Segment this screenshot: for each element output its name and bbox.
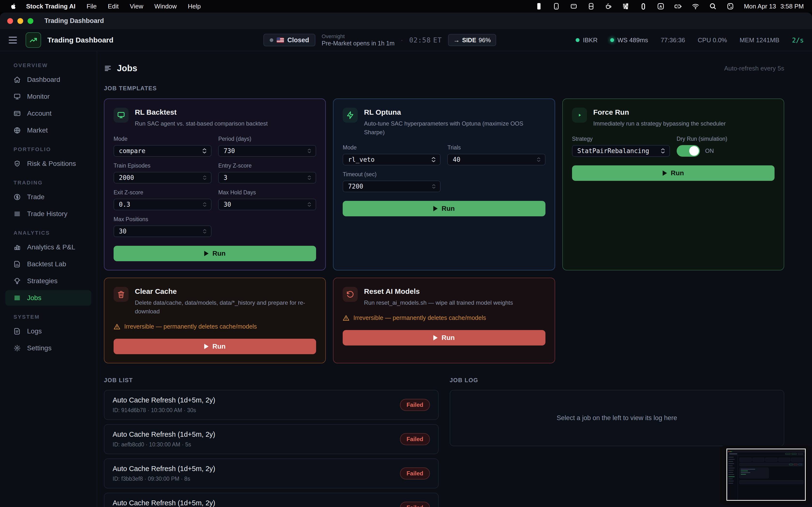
exit-zscore-input[interactable]: 0.3 (114, 199, 211, 210)
max-hold-days-input[interactable]: 30 (218, 199, 316, 210)
broker-label: IBKR (583, 37, 598, 44)
chevron-up-down-icon (432, 157, 436, 163)
input-a-icon[interactable]: A (657, 2, 665, 10)
entry-zscore-input[interactable]: 3 (218, 172, 316, 183)
period-days-input[interactable]: 730 (218, 145, 316, 157)
stepper-icon (307, 175, 311, 180)
sidebar-item-dashboard[interactable]: Dashboard (5, 72, 91, 88)
menu-view[interactable]: View (130, 3, 143, 10)
menu-bar-clock[interactable]: Mon Apr 133:58 PM (744, 3, 804, 10)
card-title: RL Backtest (135, 108, 268, 116)
trials-input[interactable]: 40 (447, 154, 545, 165)
mem-label: MEM 1241MB (740, 37, 779, 44)
spotlight-icon[interactable] (709, 2, 717, 10)
device-icon[interactable] (552, 2, 560, 10)
market-status-cluster: Closed Overnight Pre-Market opens in 1h … (263, 33, 496, 47)
rate-label: 2/s (792, 37, 804, 44)
zap-icon (343, 108, 358, 123)
stepper-icon (307, 202, 311, 207)
job-templates-grid: RL Backtest Run SAC agent vs. stat-based… (104, 99, 784, 363)
menu-bar-status-area: A Mon Apr 133:58 PM (535, 2, 804, 10)
job-list-item[interactable]: Auto Cache Refresh (1d+5m, 2y) ID: 58847… (104, 493, 439, 507)
gear-icon (13, 344, 21, 352)
timeout-input[interactable]: 7200 (343, 181, 441, 192)
pixel-app-icon[interactable] (622, 2, 630, 10)
cpu-label: CPU 0.0% (698, 37, 727, 44)
coffee-icon[interactable] (605, 2, 612, 10)
globe-icon (13, 127, 21, 134)
play-icon (204, 344, 209, 349)
card-description: Run reset_ai_models.sh — wipe all traine… (364, 298, 513, 307)
run-reset-ai-models-button[interactable]: Run (343, 330, 545, 345)
job-log-label: JOB LOG (450, 377, 784, 384)
apple-menu[interactable] (10, 3, 17, 10)
menu-help[interactable]: Help (188, 3, 201, 10)
dry-run-toggle[interactable] (677, 145, 700, 157)
card-description: Auto-tune SAC hyperparameters with Optun… (364, 119, 545, 137)
run-rl-optuna-button[interactable]: Run (343, 201, 545, 216)
run-force-run-button[interactable]: Run (572, 165, 774, 181)
display-icon[interactable] (535, 2, 543, 10)
sidebar-item-backtest-lab[interactable]: Backtest Lab (5, 257, 91, 272)
optuna-mode-select[interactable]: rl_veto (343, 154, 441, 165)
window-split-icon[interactable] (587, 2, 595, 10)
close-window-button[interactable] (7, 18, 13, 24)
list-icon (13, 210, 21, 218)
macos-menu-bar: Stock Trading AI File Edit View Window H… (0, 0, 812, 12)
header-stats: IBKR WS 489ms 77:36:36 CPU 0.0% MEM 1241… (576, 37, 804, 44)
wifi-icon[interactable] (692, 2, 699, 10)
credit-card-icon (13, 110, 21, 117)
battery-charge-icon[interactable] (674, 2, 682, 10)
bar-chart-icon (13, 243, 21, 251)
sidebar-item-trade-history[interactable]: Trade History (5, 206, 91, 222)
sidebar-toggle-button[interactable] (9, 37, 19, 44)
card-title: Force Run (593, 108, 726, 116)
keyboard-icon[interactable] (570, 2, 577, 10)
app-menu[interactable]: Stock Trading AI (26, 3, 75, 10)
battery-vertical-icon[interactable] (640, 2, 647, 10)
job-list-column: JOB LIST Auto Cache Refresh (1d+5m, 2y) … (104, 377, 439, 507)
job-list-item[interactable]: Auto Cache Refresh (1d+5m, 2y) ID: aefb8… (104, 424, 439, 454)
monitor-icon (13, 93, 21, 100)
job-template-card-clear-cache: Clear Cache Delete data/cache, data/mode… (104, 278, 326, 363)
sidebar-item-settings[interactable]: Settings (5, 340, 91, 356)
sidebar-item-market[interactable]: Market (5, 123, 91, 138)
menu-window[interactable]: Window (154, 3, 176, 10)
mode-select[interactable]: compare (114, 145, 211, 157)
arrow-right-icon: → (453, 36, 460, 44)
run-clear-cache-button[interactable]: Run (114, 339, 316, 354)
sidebar-item-logs[interactable]: Logs (5, 324, 91, 339)
sidebar-item-analytics-pnl[interactable]: Analytics & P&L (5, 239, 91, 255)
zoom-window-button[interactable] (28, 18, 33, 24)
sidebar-item-jobs[interactable]: Jobs (5, 290, 91, 306)
run-rl-backtest-button[interactable]: Run (114, 246, 316, 261)
section-trading: TRADING (13, 180, 97, 186)
sidebar-item-strategies[interactable]: Strategies (5, 273, 91, 289)
screen-preview-thumbnail[interactable] (720, 446, 811, 505)
chevron-up-down-icon (202, 148, 207, 154)
sidebar-item-trade[interactable]: Trade (5, 189, 91, 205)
strategy-select[interactable]: StatPairRebalancing (572, 145, 670, 157)
job-list-item[interactable]: Auto Cache Refresh (1d+5m, 2y) ID: 914d6… (104, 390, 439, 420)
window-title: Trading Dashboard (45, 17, 104, 24)
warning-icon (343, 315, 349, 321)
sidebar-item-risk-positions[interactable]: Risk & Positions (5, 156, 91, 171)
max-positions-input[interactable]: 30 (114, 225, 211, 237)
sidebar-item-account[interactable]: Account (5, 106, 91, 121)
play-icon (204, 251, 209, 256)
page-header-title: Trading Dashboard (47, 36, 113, 44)
train-episodes-input[interactable]: 2000 (114, 172, 211, 183)
window-title-bar: Trading Dashboard (0, 12, 812, 30)
card-title: Clear Cache (135, 287, 316, 295)
control-center-icon[interactable] (726, 2, 734, 10)
menu-edit[interactable]: Edit (108, 3, 119, 10)
minimize-window-button[interactable] (17, 18, 23, 24)
file-chart-icon (13, 261, 21, 268)
job-list-item[interactable]: Auto Cache Refresh (1d+5m, 2y) ID: f3bb3… (104, 458, 439, 489)
sidebar-item-monitor[interactable]: Monitor (5, 89, 91, 104)
menu-file[interactable]: File (87, 3, 97, 10)
sidebar: OVERVIEW Dashboard Monitor Account Marke… (0, 51, 97, 507)
stepper-icon (203, 175, 207, 180)
monitor-icon (114, 108, 129, 123)
market-status-label: Closed (287, 36, 309, 44)
